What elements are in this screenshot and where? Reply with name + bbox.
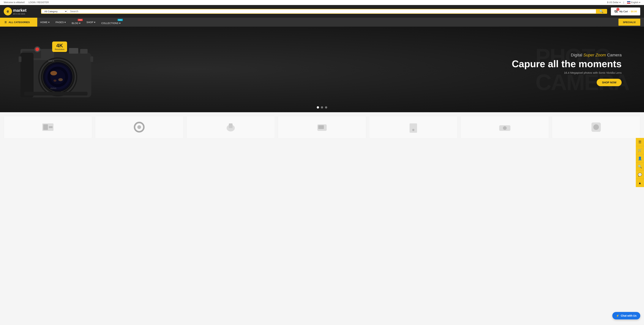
specials-button[interactable]: SPECIALS! bbox=[618, 19, 640, 26]
flag-icon bbox=[627, 1, 630, 3]
hero-description: 16.4 Megapixel photos with Sonic Nividia… bbox=[512, 71, 622, 74]
nav-item-shop[interactable]: SHOP ▾ bbox=[84, 18, 98, 27]
product-card-inner-3 bbox=[187, 116, 275, 138]
cart-button[interactable]: 🛍 0 My Cart - $0.00 bbox=[611, 7, 640, 15]
logo[interactable]: e market all in one store bbox=[4, 7, 37, 15]
product-card-4[interactable] bbox=[278, 116, 366, 138]
svg-rect-31 bbox=[229, 123, 232, 128]
svg-point-17 bbox=[36, 47, 39, 51]
currency-label: $ US Dollar bbox=[607, 1, 618, 4]
svg-point-35 bbox=[412, 129, 414, 131]
hero-banner: LEICA 252521 4K Resolution PHOTOCAMERA D… bbox=[0, 27, 644, 112]
all-categories-button[interactable]: ☰ ALL CATEGORIES bbox=[0, 18, 37, 27]
search-input[interactable] bbox=[68, 9, 596, 13]
hero-dot-3[interactable] bbox=[325, 106, 327, 108]
hamburger-icon: ☰ bbox=[4, 21, 7, 24]
cart-label: My Cart bbox=[620, 10, 628, 13]
logo-letter: e bbox=[7, 9, 9, 14]
product-card-inner-5 bbox=[369, 116, 457, 138]
sidebar-icons: ☰ 🛒 👤 🔍 💬 ▲ bbox=[636, 138, 644, 142]
search-button[interactable]: 🔍 bbox=[596, 9, 607, 13]
badge-4k: 4K Resolution bbox=[52, 41, 67, 52]
divider: | bbox=[624, 1, 624, 4]
all-categories-label: ALL CATEGORIES bbox=[8, 21, 30, 24]
badge-4k-label: 4K bbox=[55, 43, 64, 48]
product-card-inner-7 bbox=[552, 116, 640, 138]
nav-pages-label: PAGES bbox=[56, 21, 64, 24]
product-card-inner-1 bbox=[4, 116, 92, 138]
svg-point-37 bbox=[503, 126, 507, 130]
product-card-3[interactable] bbox=[186, 116, 275, 138]
nav-shop-arrow: ▾ bbox=[94, 21, 96, 24]
language-selector[interactable]: English ▾ bbox=[627, 1, 640, 4]
hero-inner: LEICA 252521 4K Resolution PHOTOCAMERA D… bbox=[0, 27, 644, 112]
svg-point-12 bbox=[58, 78, 63, 81]
hero-content: Digital Super Zoom Camera Capure all the… bbox=[512, 53, 622, 86]
blog-hot-badge: Hot! bbox=[78, 19, 83, 21]
language-label: English bbox=[631, 1, 638, 4]
svg-rect-21 bbox=[24, 92, 88, 95]
hero-dot-1[interactable] bbox=[317, 106, 319, 108]
nav-shop-label: SHOP bbox=[86, 21, 93, 24]
nav-home-label: HOME bbox=[40, 21, 48, 24]
product-card-2[interactable] bbox=[95, 116, 183, 138]
shop-now-button[interactable]: SHOP NOW bbox=[597, 79, 622, 86]
product-card-6[interactable] bbox=[460, 116, 549, 138]
hero-subtitle: Digital Super Zoom Camera bbox=[512, 53, 622, 57]
hero-dots bbox=[317, 106, 327, 108]
nav: ☰ ALL CATEGORIES HOME ▾ PAGES ▾ Hot! BLO… bbox=[0, 18, 644, 27]
svg-rect-27 bbox=[49, 126, 52, 128]
svg-rect-23 bbox=[19, 56, 22, 62]
product-card-5[interactable] bbox=[369, 116, 458, 138]
svg-rect-3 bbox=[20, 53, 34, 97]
nav-item-blog[interactable]: Hot! BLOG ▾ bbox=[69, 18, 84, 27]
svg-rect-18 bbox=[69, 48, 78, 54]
hero-subtitle-pre: Digital bbox=[571, 53, 583, 57]
sidebar-menu-icon[interactable]: ☰ bbox=[636, 138, 644, 142]
cart-icon-wrap: 🛍 0 bbox=[614, 9, 618, 13]
nav-home-arrow: ▾ bbox=[48, 21, 50, 24]
top-bar: Welcome to eMarket! LOGIN / REGISTER $ U… bbox=[0, 0, 644, 5]
search-bar: All Category 🔍 bbox=[41, 9, 607, 14]
product-card-1[interactable] bbox=[4, 116, 92, 138]
top-bar-right: $ US Dollar ▾ | English ▾ bbox=[607, 1, 640, 4]
nav-item-collections[interactable]: New COLLECTIONS ▾ bbox=[98, 18, 124, 27]
top-bar-left: Welcome to eMarket! LOGIN / REGISTER bbox=[4, 1, 49, 4]
svg-text:LEICA: LEICA bbox=[48, 60, 54, 62]
currency-selector[interactable]: $ US Dollar ▾ bbox=[607, 1, 620, 4]
hero-subtitle-highlight: Super Zoom bbox=[584, 53, 606, 57]
logo-name: market bbox=[13, 8, 26, 13]
product-card-inner-4 bbox=[278, 116, 366, 138]
svg-rect-34 bbox=[410, 123, 417, 133]
nav-links: HOME ▾ PAGES ▾ Hot! BLOG ▾ SHOP ▾ New CO… bbox=[37, 18, 618, 27]
hero-subtitle-post: Camera bbox=[606, 53, 622, 57]
svg-rect-33 bbox=[318, 125, 324, 129]
cart-price: - $0.00 bbox=[630, 10, 637, 13]
header: e market all in one store All Category 🔍… bbox=[0, 5, 644, 18]
svg-rect-19 bbox=[80, 49, 88, 54]
svg-rect-26 bbox=[43, 124, 48, 130]
nav-blog-label: BLOG bbox=[72, 22, 78, 24]
svg-text:252521: 252521 bbox=[50, 87, 56, 89]
lang-chevron-icon: ▾ bbox=[639, 1, 640, 4]
login-register-link[interactable]: LOGIN / REGISTER bbox=[28, 1, 49, 4]
svg-point-39 bbox=[593, 124, 599, 130]
nav-item-home[interactable]: HOME ▾ bbox=[37, 18, 52, 27]
category-select[interactable]: All Category bbox=[41, 9, 68, 13]
svg-point-13 bbox=[54, 79, 56, 82]
hero-dot-2[interactable] bbox=[321, 106, 323, 108]
nav-blog-arrow: ▾ bbox=[79, 22, 80, 24]
product-card-7[interactable] bbox=[552, 116, 640, 138]
hero-title: Capure all the moments bbox=[512, 59, 622, 69]
nav-collections-arrow: ▾ bbox=[119, 22, 120, 24]
nav-pages-arrow: ▾ bbox=[64, 21, 66, 24]
welcome-text: Welcome to eMarket! bbox=[4, 1, 25, 4]
nav-item-pages[interactable]: PAGES ▾ bbox=[52, 18, 69, 27]
svg-rect-24 bbox=[90, 56, 93, 62]
cart-badge: 0 bbox=[616, 8, 620, 11]
svg-point-29 bbox=[137, 125, 141, 129]
collections-new-badge: New bbox=[118, 19, 123, 21]
badge-resolution-label: Resolution bbox=[55, 48, 64, 50]
products-row bbox=[0, 112, 644, 142]
svg-point-11 bbox=[50, 71, 57, 75]
